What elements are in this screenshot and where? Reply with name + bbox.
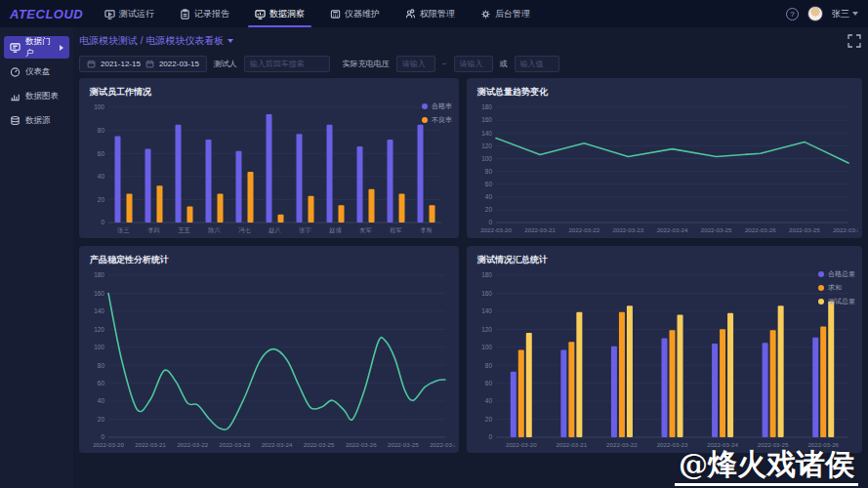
svg-text:李四: 李四 xyxy=(147,226,159,234)
svg-text:140: 140 xyxy=(481,130,492,137)
nav-item-instrument-maintenance[interactable]: 仪器维护 xyxy=(317,0,393,27)
date-start: 2021-12-15 xyxy=(101,60,141,68)
user-menu[interactable]: 张三 xyxy=(832,8,858,20)
svg-text:赵倩: 赵倩 xyxy=(329,226,342,234)
nav-item-label: 数据洞察 xyxy=(269,8,305,20)
fullscreen-button[interactable] xyxy=(847,33,862,49)
svg-text:陈六: 陈六 xyxy=(208,226,220,234)
svg-text:40: 40 xyxy=(98,397,105,404)
svg-text:120: 120 xyxy=(481,142,492,149)
legend-dot-icon xyxy=(422,103,428,109)
svg-text:程军: 程军 xyxy=(390,226,401,234)
voltage-label: 实际充电电压 xyxy=(343,59,390,69)
avatar[interactable] xyxy=(807,6,823,21)
tester-label: 测试人 xyxy=(214,59,237,69)
or-label: 或 xyxy=(500,59,508,69)
legend-item[interactable]: 求和 xyxy=(818,283,855,293)
data-insight-icon xyxy=(255,9,266,20)
app-window: ATECLOUD 测试运行 记录报告 数据洞察 仪器维护 权限管理 xyxy=(0,0,868,488)
svg-text:2022-03-25: 2022-03-25 xyxy=(789,226,820,233)
nav-item-record-report[interactable]: 记录报告 xyxy=(167,0,242,27)
svg-text:王五: 王五 xyxy=(178,226,189,233)
svg-text:2022-03-22: 2022-03-22 xyxy=(177,441,208,448)
permission-icon xyxy=(405,9,416,20)
nav-item-label: 仪器维护 xyxy=(345,8,380,20)
smooth-line-chart-canvas: 0204060801001201401601802022-03-202022-0… xyxy=(83,269,455,450)
topbar-right: ? 张三 xyxy=(786,6,858,21)
sidebar-item-data-portal[interactable]: 数据门户 xyxy=(4,36,69,59)
calendar-icon xyxy=(145,60,154,68)
legend-item[interactable]: 不良率 xyxy=(422,115,452,125)
database-icon xyxy=(10,115,21,126)
test-run-icon xyxy=(104,9,115,20)
svg-text:2022-03-20: 2022-03-20 xyxy=(480,226,512,233)
svg-text:2022-03-21: 2022-03-21 xyxy=(135,441,166,448)
voltage-min-input[interactable] xyxy=(396,56,435,72)
svg-text:180: 180 xyxy=(481,103,492,110)
or-value-input[interactable] xyxy=(515,56,559,72)
bar-chart-canvas: 020406080100张三李四王五陈六冯七赵八张宇赵倩友军程军李斯 xyxy=(83,102,455,235)
svg-text:0: 0 xyxy=(101,219,104,225)
nav-item-permission-management[interactable]: 权限管理 xyxy=(393,0,468,27)
svg-text:20: 20 xyxy=(485,206,493,213)
sidebar-item-data-charts[interactable]: 数据图表 xyxy=(4,85,69,107)
voltage-max-input[interactable] xyxy=(454,56,493,72)
charts-grid: 测试员工作情况 020406080100张三李四王五陈六冯七赵八张宇赵倩友军程军… xyxy=(79,78,862,453)
legend-dot-icon xyxy=(818,271,824,277)
date-end: 2022-03-15 xyxy=(159,60,199,68)
svg-text:160: 160 xyxy=(481,116,492,123)
filter-bar: 2021-12-15 2022-03-15 测试人 实际充电电压 ~ 或 xyxy=(79,55,862,72)
sidebar-item-data-source[interactable]: 数据源 xyxy=(4,109,69,132)
sidebar-item-label: 数据门户 xyxy=(25,36,55,60)
svg-text:80: 80 xyxy=(98,362,105,369)
svg-text:160: 160 xyxy=(94,290,104,297)
svg-text:140: 140 xyxy=(481,307,492,314)
main-content: 电源模块测试 / 电源模块仪表看板 2021-12-15 2022-03-15 … xyxy=(73,27,868,488)
legend-label: 测试总量 xyxy=(828,297,855,306)
legend-dot-icon xyxy=(818,285,824,291)
help-icon[interactable]: ? xyxy=(786,8,799,20)
sidebar-item-dashboard[interactable]: 仪表盘 xyxy=(4,61,69,83)
nav-item-data-insight[interactable]: 数据洞察 xyxy=(242,0,317,27)
svg-text:张宇: 张宇 xyxy=(299,226,310,234)
svg-text:60: 60 xyxy=(98,380,105,386)
portal-icon xyxy=(10,42,21,53)
svg-text:40: 40 xyxy=(485,397,493,404)
breadcrumb[interactable]: 电源模块测试 / 电源模块仪表看板 xyxy=(79,34,233,48)
nav-item-label: 权限管理 xyxy=(420,8,455,20)
chart-legend: 合格率不良率 xyxy=(422,102,452,125)
svg-text:0: 0 xyxy=(101,433,104,440)
grouped-bar-chart-canvas: 0204060801001201401601802022-03-202022-0… xyxy=(471,269,858,450)
svg-text:0: 0 xyxy=(488,433,492,440)
legend-item[interactable]: 测试总量 xyxy=(818,297,855,306)
svg-text:2022-03-20: 2022-03-20 xyxy=(93,441,124,448)
sidebar-item-label: 数据图表 xyxy=(25,91,59,102)
svg-text:120: 120 xyxy=(481,326,492,333)
nav-item-backend-management[interactable]: 后台管理 xyxy=(468,0,543,27)
nav-item-label: 测试运行 xyxy=(119,8,154,20)
legend-item[interactable]: 合格总量 xyxy=(818,269,855,279)
nav-item-label: 记录报告 xyxy=(194,8,229,20)
svg-text:140: 140 xyxy=(94,307,104,314)
legend-label: 合格总量 xyxy=(828,269,855,279)
svg-text:40: 40 xyxy=(485,193,493,200)
watermark: @烽火戏诸侯 xyxy=(675,446,858,487)
svg-text:40: 40 xyxy=(98,173,105,180)
legend-label: 不良率 xyxy=(432,115,452,125)
bar-chart-icon xyxy=(10,91,21,102)
date-range-picker[interactable]: 2021-12-15 2022-03-15 xyxy=(79,56,207,72)
svg-text:80: 80 xyxy=(485,168,493,175)
tilde-separator: ~ xyxy=(442,60,447,68)
breadcrumb-path: 电源模块测试 / 电源模块仪表看板 xyxy=(79,34,224,48)
svg-text:2022-03-25: 2022-03-25 xyxy=(388,441,419,448)
legend-item[interactable]: 合格率 xyxy=(422,102,452,111)
fullscreen-icon xyxy=(847,33,862,49)
calendar-icon xyxy=(87,60,96,68)
nav-item-test-run[interactable]: 测试运行 xyxy=(92,0,167,27)
tester-input[interactable] xyxy=(244,56,330,72)
legend-label: 求和 xyxy=(828,283,842,293)
svg-text:60: 60 xyxy=(98,150,105,157)
svg-text:120: 120 xyxy=(94,326,104,333)
svg-text:赵八: 赵八 xyxy=(269,226,280,234)
svg-text:100: 100 xyxy=(94,103,104,110)
